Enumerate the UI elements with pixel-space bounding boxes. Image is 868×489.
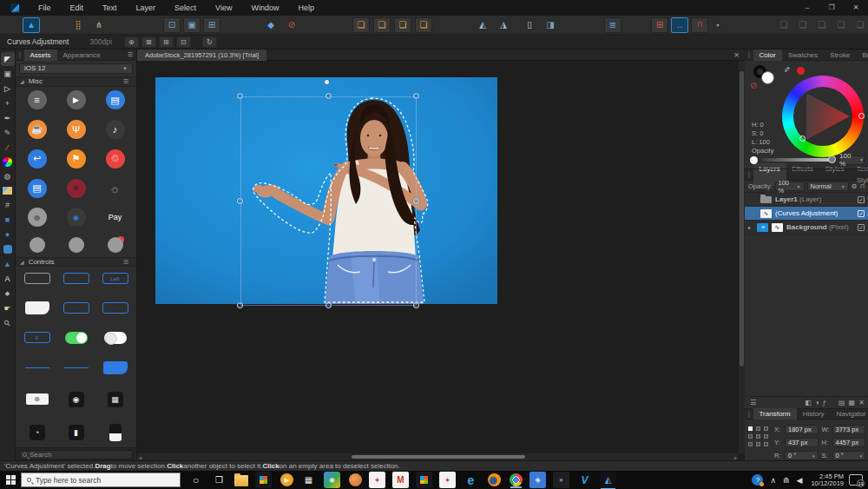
device-asset-icon-3[interactable] [108,237,123,253]
no-entry-icon[interactable]: ⊘ [283,17,300,33]
node-tool[interactable]: ▷ [1,82,15,96]
menu-item[interactable]: View [206,0,241,16]
menu-item[interactable]: Window [241,0,288,16]
menu-item[interactable]: Help [288,0,324,16]
flip-horizontal-icon[interactable]: ◭ [474,17,491,33]
snap-toggle-icon[interactable]: ‥ [671,17,688,33]
section-menu-icon[interactable]: ☰ [123,259,132,266]
opacity-value-dropdown[interactable]: 100 %▼ [838,155,865,165]
boolean-divide-icon[interactable]: ❏ [852,17,868,33]
insert-badge-icon[interactable]: ◆ [262,17,279,33]
restaurant-asset-icon[interactable]: Ψ [67,120,86,139]
ms-store-icon[interactable] [416,472,432,488]
layer-visibility-checkbox[interactable]: ✓ [858,224,865,231]
camera-control[interactable]: ◉ [69,392,84,407]
coffee-asset-icon[interactable]: ☕ [28,120,47,139]
handle-top-right[interactable] [413,93,419,99]
flip-vertical-icon[interactable]: ◮ [495,17,512,33]
handle-bottom-left[interactable] [237,302,243,308]
app-orange-icon[interactable] [349,473,362,486]
cortana-icon[interactable]: ○ [187,472,204,488]
menu-item[interactable]: File [29,0,61,16]
rounded-rectangle-tool[interactable] [3,245,12,254]
color-cycle-icon[interactable]: ⣿ [69,17,87,33]
app-dark-purple-icon[interactable]: ● [553,472,569,488]
assets-search-input[interactable]: Search [19,450,133,459]
layers-opacity-dropdown[interactable]: 100 %▼ [775,182,805,191]
handle-mid-right[interactable] [413,198,419,204]
new-layer-icon[interactable]: ▤ [837,399,847,406]
bubble-blue-control[interactable] [103,361,128,374]
notification-center-icon[interactable]: 19 [849,474,863,486]
crop-tool[interactable]: # [1,198,15,212]
controls-section-header[interactable]: ◢ Controls ☰ [16,257,136,268]
align-spread-icon[interactable]: ◨ [542,17,559,33]
field-blue-control-3[interactable] [102,302,128,314]
taskbar-search-input[interactable]: Type here to search [21,472,181,487]
layer-row-layer1[interactable]: Layer1 (Layer) ✓ [745,193,868,207]
field-outline-control[interactable] [24,273,50,284]
edge-icon[interactable]: e [463,472,479,488]
vectr-blue-icon[interactable]: V [576,472,593,488]
lock-icon[interactable]: ⊓ [860,183,865,190]
line-control-1[interactable] [25,367,49,368]
file-explorer-icon[interactable] [234,475,248,486]
anchor-point-selector[interactable] [748,426,770,460]
hand-tool[interactable]: ☛ [1,301,15,315]
layer-row-background[interactable]: ▸ ∿ Background (Pixel) ✓ [745,221,868,235]
boolean-subtract-icon[interactable]: ❏ [794,17,812,33]
place-image-tool[interactable] [3,187,12,195]
menu-item[interactable]: Text [93,0,127,16]
apple-pay-asset-icon[interactable]: Pay [106,208,125,227]
boolean-intersect-icon[interactable]: ❏ [813,17,831,33]
document-tab[interactable]: AdobeStock_281957291 (10.3%) [Trial] [137,50,266,61]
move-to-back-icon[interactable]: ❏ [352,17,370,33]
zoom-tool[interactable]: ⚲ [1,316,15,330]
hue-marker[interactable] [858,113,865,119]
field-input[interactable]: 4457 px [832,438,866,447]
grid-icon[interactable]: ⊞ [159,36,174,48]
text-field-control[interactable]: ≡ [24,332,50,343]
handle-bottom-center[interactable] [326,302,332,308]
layer-row-curves-adjustment[interactable]: ∿ (Curves Adjustment) ✓ [745,207,868,221]
misc-section-header[interactable]: ◢ Misc ☰ [16,76,136,87]
trash-asset-icon[interactable]: ♲ [106,149,125,169]
rectangle-tool[interactable]: ■ [1,213,15,227]
layers-stack-icon[interactable]: ☰ [748,399,758,406]
panel-tab[interactable]: Brushes [856,50,868,61]
bubble-white-control[interactable] [25,301,49,314]
canvas-viewport[interactable]: ◂ ▸ [137,61,745,460]
reply-asset-icon[interactable]: ↩ [28,149,47,169]
panel-tab[interactable]: Transform [753,408,797,420]
taskbar-clock[interactable]: 2:45 PM 10/12/2019 [806,473,849,487]
triangle-tool[interactable]: ▲ [1,257,15,271]
close-document-icon[interactable]: ✕ [728,51,745,59]
speaker-asset-icon[interactable]: ♪ [106,120,125,139]
raspberry-asset-icon[interactable]: ∗ [67,179,86,198]
field-input[interactable]: 3773 px [832,425,866,434]
field-input[interactable]: 1807 px [785,425,819,434]
flag-asset-icon[interactable]: ⚑ [67,149,86,169]
scroll-right-icon[interactable]: ▸ [734,454,737,460]
field-input[interactable]: 0 °▾ [832,451,866,460]
snap-grid-icon[interactable]: ⊞ [651,17,668,33]
device-asset-icon-1[interactable] [30,237,45,253]
color-wheel-tool[interactable] [3,157,12,167]
key-control[interactable]: ⊕ [26,393,49,405]
eyedropper-icon[interactable]: ✎ [782,66,791,73]
marquee-icon[interactable]: ⊠ [141,36,156,48]
field-input[interactable]: 437 px [785,438,819,447]
vertical-scrollbar-thumb[interactable] [740,71,744,367]
transform-bounding-box[interactable] [240,96,417,306]
move-to-front-icon[interactable]: ❏ [415,17,432,33]
device-asset-icon-2[interactable] [69,237,84,253]
menu-item[interactable]: Select [165,0,206,16]
toggle-off-control[interactable] [104,332,127,344]
volume-icon[interactable]: ◀ [793,476,806,485]
spinner-asset-icon[interactable]: ☼ [106,179,125,198]
network-icon[interactable]: ⋒ [779,476,793,485]
gmail-icon[interactable]: M [392,472,409,488]
section-menu-icon[interactable]: ☰ [123,78,132,85]
select-transform-icon[interactable]: ⊞ [203,17,220,33]
calculator-control[interactable]: ▦ [108,392,123,407]
